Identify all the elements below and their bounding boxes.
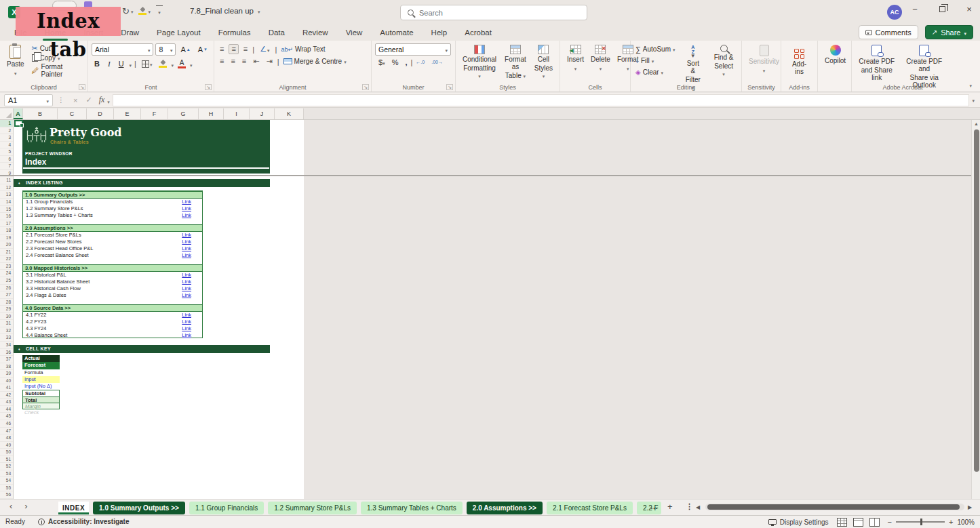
zoom-level[interactable]: 100%: [957, 519, 975, 526]
merge-centre-button[interactable]: Merge & Centre: [282, 57, 348, 66]
column-header-c[interactable]: C: [58, 108, 87, 119]
index-item-link[interactable]: Link: [182, 279, 191, 285]
row-header-26[interactable]: 26: [0, 285, 13, 292]
formula-input[interactable]: [113, 94, 970, 106]
accessibility-status[interactable]: Accessibility: Investigate: [38, 518, 130, 525]
align-middle-button[interactable]: ≡: [229, 44, 238, 54]
align-right-button[interactable]: ≡: [240, 57, 248, 66]
vertical-scrollbar[interactable]: ▲: [971, 120, 980, 499]
row-header-51[interactable]: 51: [0, 456, 13, 464]
increase-decimal-button[interactable]: ←.0: [412, 60, 428, 65]
row-header-22[interactable]: 22: [0, 256, 13, 263]
column-header-j[interactable]: J: [250, 108, 275, 119]
insert-function-icon[interactable]: fx: [96, 95, 108, 105]
column-header-g[interactable]: G: [168, 108, 199, 119]
column-header-f[interactable]: F: [141, 108, 168, 119]
index-item-link[interactable]: Link: [182, 292, 191, 299]
select-all-corner[interactable]: [0, 108, 14, 119]
column-header-b[interactable]: B: [23, 108, 58, 119]
cancel-entry-icon[interactable]: ×: [69, 96, 81, 104]
ribbon-tab-data[interactable]: Data: [260, 24, 294, 41]
row-header-6[interactable]: 6: [0, 156, 13, 163]
row-header-21[interactable]: 21: [0, 249, 13, 256]
row-header-33[interactable]: 33: [0, 334, 13, 342]
decrease-decimal-button[interactable]: .00→: [428, 60, 446, 65]
font-size-select[interactable]: 8: [155, 43, 176, 56]
format-as-table-button[interactable]: Format as Table: [500, 43, 531, 81]
index-item-link[interactable]: Link: [182, 272, 191, 279]
sheet-tab-1-2-summary-store-p-ls[interactable]: 1.2 Summary Store P&Ls: [268, 502, 357, 514]
clear-button[interactable]: Clear: [634, 66, 677, 78]
minimize-button[interactable]: −: [909, 4, 920, 14]
sheet-tab-index[interactable]: INDEX: [58, 502, 89, 514]
align-top-button[interactable]: ≡: [218, 45, 226, 54]
normal-view-button[interactable]: [837, 518, 847, 527]
fill-color-quick-button[interactable]: [138, 6, 151, 16]
close-button[interactable]: ×: [964, 4, 975, 14]
restore-button[interactable]: [937, 4, 947, 14]
comma-format-button[interactable]: ,: [401, 58, 410, 66]
row-header-18[interactable]: 18: [0, 227, 13, 235]
row-header-47[interactable]: 47: [0, 428, 13, 435]
zoom-slider[interactable]: [896, 521, 945, 523]
expand-formula-bar-icon[interactable]: [972, 97, 980, 104]
row-header-40[interactable]: 40: [0, 378, 13, 385]
ribbon-tab-acrobat[interactable]: Acrobat: [456, 24, 501, 41]
row-header-50[interactable]: 50: [0, 449, 13, 456]
index-item-link[interactable]: Link: [182, 205, 191, 212]
row-header-20[interactable]: 20: [0, 241, 13, 249]
confirm-entry-icon[interactable]: ✓: [81, 96, 96, 104]
delete-cells-button[interactable]: Delete: [587, 43, 614, 74]
row-header-17[interactable]: 17: [0, 220, 13, 228]
wrap-text-button[interactable]: Wrap Text: [279, 45, 326, 54]
row-header-12[interactable]: 12: [0, 184, 13, 192]
cell-styles-button[interactable]: Cell Styles: [531, 43, 556, 81]
ribbon-tab-review[interactable]: Review: [294, 24, 337, 41]
row-header-49[interactable]: 49: [0, 442, 13, 449]
row-header-34[interactable]: 34: [0, 342, 13, 349]
italic-button[interactable]: I: [105, 59, 113, 68]
row-header-14[interactable]: 14: [0, 199, 13, 206]
column-header-e[interactable]: E: [114, 108, 141, 119]
prev-sheet-button[interactable]: ‹: [9, 501, 12, 511]
row-header-28[interactable]: 28: [0, 299, 13, 306]
paste-button[interactable]: Paste: [3, 43, 28, 79]
ribbon-tab-help[interactable]: Help: [423, 24, 456, 41]
display-settings-button[interactable]: Display Settings: [768, 519, 829, 526]
row-header-7[interactable]: 7: [0, 163, 13, 170]
index-item-link[interactable]: Link: [182, 312, 191, 319]
row-header-45[interactable]: 45: [0, 413, 13, 420]
horizontal-scroll-thumb[interactable]: [707, 504, 960, 510]
horizontal-scrollbar[interactable]: [705, 504, 964, 510]
row-header-4[interactable]: 4: [0, 142, 13, 149]
row-header-54[interactable]: 54: [0, 477, 13, 485]
align-left-button[interactable]: ≡: [218, 57, 226, 66]
row-header-56[interactable]: 56: [0, 491, 13, 499]
row-header-55[interactable]: 55: [0, 485, 13, 492]
copilot-button[interactable]: Copilot: [821, 43, 849, 66]
name-box[interactable]: A1: [4, 94, 53, 106]
row-header-52[interactable]: 52: [0, 463, 13, 470]
index-item-link[interactable]: Link: [182, 285, 191, 292]
create-pdf-share-link-button[interactable]: Create PDFand Share link: [855, 43, 898, 90]
zoom-out-button[interactable]: −: [888, 518, 892, 526]
index-item-link[interactable]: Link: [182, 325, 191, 332]
row-header-44[interactable]: 44: [0, 406, 13, 413]
index-item-link[interactable]: Link: [182, 319, 191, 325]
font-family-select[interactable]: Arial: [92, 43, 153, 56]
row-header-39[interactable]: 39: [0, 370, 13, 378]
row-header-41[interactable]: 41: [0, 384, 13, 392]
search-input[interactable]: [400, 5, 587, 20]
row-header-16[interactable]: 16: [0, 213, 13, 220]
index-item-link[interactable]: Link: [182, 245, 191, 252]
column-header-k[interactable]: K: [275, 108, 304, 119]
collapse-ribbon-icon[interactable]: [969, 81, 972, 89]
comments-button[interactable]: Comments: [859, 25, 918, 39]
scroll-right-icon[interactable]: ▶: [968, 504, 972, 510]
zoom-in-button[interactable]: +: [949, 518, 953, 526]
grow-font-button[interactable]: A▲: [178, 45, 193, 54]
fill-color-button[interactable]: [157, 59, 168, 68]
increase-indent-button[interactable]: ⇥: [264, 57, 274, 66]
row-header-53[interactable]: 53: [0, 470, 13, 478]
row-header-43[interactable]: 43: [0, 399, 13, 406]
